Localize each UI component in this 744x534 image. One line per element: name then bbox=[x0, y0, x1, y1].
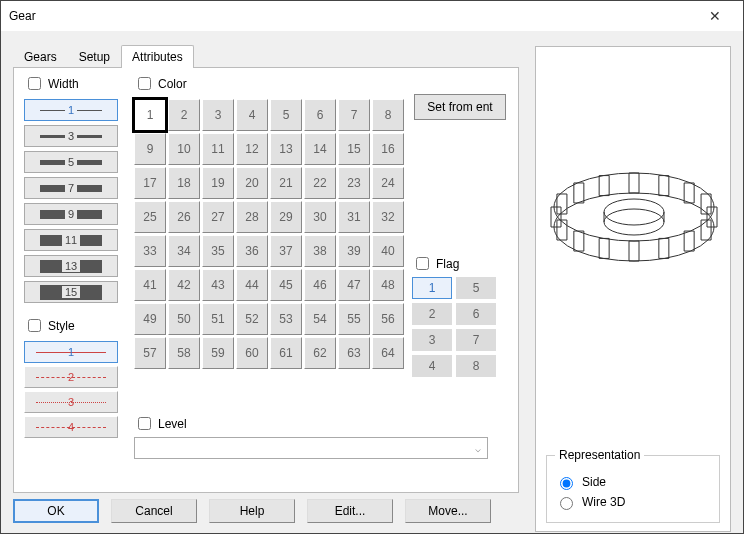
color-cell-12[interactable]: 12 bbox=[236, 133, 268, 165]
color-cell-1[interactable]: 1 bbox=[134, 99, 166, 131]
color-cell-4[interactable]: 4 bbox=[236, 99, 268, 131]
color-cell-46[interactable]: 46 bbox=[304, 269, 336, 301]
color-cell-48[interactable]: 48 bbox=[372, 269, 404, 301]
color-cell-64[interactable]: 64 bbox=[372, 337, 404, 369]
help-button[interactable]: Help bbox=[209, 499, 295, 523]
color-cell-2[interactable]: 2 bbox=[168, 99, 200, 131]
style-swatch-4[interactable]: 4 bbox=[24, 416, 118, 438]
color-cell-32[interactable]: 32 bbox=[372, 201, 404, 233]
color-cell-13[interactable]: 13 bbox=[270, 133, 302, 165]
color-cell-61[interactable]: 61 bbox=[270, 337, 302, 369]
set-from-ent-button[interactable]: Set from ent bbox=[414, 94, 506, 120]
color-cell-62[interactable]: 62 bbox=[304, 337, 336, 369]
color-cell-54[interactable]: 54 bbox=[304, 303, 336, 335]
color-cell-43[interactable]: 43 bbox=[202, 269, 234, 301]
level-dropdown[interactable]: ⌵ bbox=[134, 437, 488, 459]
color-cell-56[interactable]: 56 bbox=[372, 303, 404, 335]
close-icon[interactable]: ✕ bbox=[695, 8, 735, 24]
color-cell-9[interactable]: 9 bbox=[134, 133, 166, 165]
color-cell-42[interactable]: 42 bbox=[168, 269, 200, 301]
color-cell-35[interactable]: 35 bbox=[202, 235, 234, 267]
flag-cell-3[interactable]: 3 bbox=[412, 329, 452, 351]
color-cell-19[interactable]: 19 bbox=[202, 167, 234, 199]
tab-setup[interactable]: Setup bbox=[68, 45, 121, 68]
width-swatch-3[interactable]: 3 bbox=[24, 125, 118, 147]
style-checkbox-input[interactable] bbox=[28, 319, 41, 332]
radio-wire3d-input[interactable] bbox=[560, 497, 573, 510]
color-cell-45[interactable]: 45 bbox=[270, 269, 302, 301]
color-cell-57[interactable]: 57 bbox=[134, 337, 166, 369]
width-swatch-15[interactable]: 15 bbox=[24, 281, 118, 303]
style-swatch-3[interactable]: 3 bbox=[24, 391, 118, 413]
color-cell-29[interactable]: 29 bbox=[270, 201, 302, 233]
cancel-button[interactable]: Cancel bbox=[111, 499, 197, 523]
color-cell-30[interactable]: 30 bbox=[304, 201, 336, 233]
color-cell-23[interactable]: 23 bbox=[338, 167, 370, 199]
color-cell-18[interactable]: 18 bbox=[168, 167, 200, 199]
color-cell-6[interactable]: 6 bbox=[304, 99, 336, 131]
color-cell-53[interactable]: 53 bbox=[270, 303, 302, 335]
color-cell-41[interactable]: 41 bbox=[134, 269, 166, 301]
color-cell-49[interactable]: 49 bbox=[134, 303, 166, 335]
color-cell-58[interactable]: 58 bbox=[168, 337, 200, 369]
width-swatch-13[interactable]: 13 bbox=[24, 255, 118, 277]
color-cell-44[interactable]: 44 bbox=[236, 269, 268, 301]
color-cell-38[interactable]: 38 bbox=[304, 235, 336, 267]
style-swatch-2[interactable]: 2 bbox=[24, 366, 118, 388]
width-swatch-7[interactable]: 7 bbox=[24, 177, 118, 199]
color-cell-33[interactable]: 33 bbox=[134, 235, 166, 267]
width-checkbox[interactable]: Width bbox=[24, 74, 79, 93]
color-cell-50[interactable]: 50 bbox=[168, 303, 200, 335]
color-cell-55[interactable]: 55 bbox=[338, 303, 370, 335]
style-checkbox[interactable]: Style bbox=[24, 316, 75, 335]
edit-button[interactable]: Edit... bbox=[307, 499, 393, 523]
color-checkbox[interactable]: Color bbox=[134, 74, 187, 93]
color-cell-3[interactable]: 3 bbox=[202, 99, 234, 131]
flag-cell-8[interactable]: 8 bbox=[456, 355, 496, 377]
color-cell-52[interactable]: 52 bbox=[236, 303, 268, 335]
flag-cell-7[interactable]: 7 bbox=[456, 329, 496, 351]
color-cell-15[interactable]: 15 bbox=[338, 133, 370, 165]
radio-wire3d[interactable]: Wire 3D bbox=[555, 494, 711, 510]
level-checkbox-input[interactable] bbox=[138, 417, 151, 430]
color-cell-16[interactable]: 16 bbox=[372, 133, 404, 165]
flag-cell-4[interactable]: 4 bbox=[412, 355, 452, 377]
color-cell-59[interactable]: 59 bbox=[202, 337, 234, 369]
flag-checkbox-input[interactable] bbox=[416, 257, 429, 270]
color-cell-51[interactable]: 51 bbox=[202, 303, 234, 335]
color-cell-11[interactable]: 11 bbox=[202, 133, 234, 165]
color-cell-34[interactable]: 34 bbox=[168, 235, 200, 267]
color-cell-20[interactable]: 20 bbox=[236, 167, 268, 199]
flag-cell-6[interactable]: 6 bbox=[456, 303, 496, 325]
color-cell-47[interactable]: 47 bbox=[338, 269, 370, 301]
width-swatch-1[interactable]: 1 bbox=[24, 99, 118, 121]
color-cell-27[interactable]: 27 bbox=[202, 201, 234, 233]
color-cell-63[interactable]: 63 bbox=[338, 337, 370, 369]
color-cell-40[interactable]: 40 bbox=[372, 235, 404, 267]
color-cell-60[interactable]: 60 bbox=[236, 337, 268, 369]
width-checkbox-input[interactable] bbox=[28, 77, 41, 90]
ok-button[interactable]: OK bbox=[13, 499, 99, 523]
radio-side-input[interactable] bbox=[560, 477, 573, 490]
color-cell-5[interactable]: 5 bbox=[270, 99, 302, 131]
flag-checkbox[interactable]: Flag bbox=[412, 254, 459, 273]
level-checkbox[interactable]: Level bbox=[134, 414, 187, 433]
color-cell-10[interactable]: 10 bbox=[168, 133, 200, 165]
color-cell-8[interactable]: 8 bbox=[372, 99, 404, 131]
width-swatch-5[interactable]: 5 bbox=[24, 151, 118, 173]
color-cell-28[interactable]: 28 bbox=[236, 201, 268, 233]
color-cell-17[interactable]: 17 bbox=[134, 167, 166, 199]
flag-cell-1[interactable]: 1 bbox=[412, 277, 452, 299]
color-cell-21[interactable]: 21 bbox=[270, 167, 302, 199]
width-swatch-11[interactable]: 11 bbox=[24, 229, 118, 251]
color-checkbox-input[interactable] bbox=[138, 77, 151, 90]
width-swatch-9[interactable]: 9 bbox=[24, 203, 118, 225]
color-cell-26[interactable]: 26 bbox=[168, 201, 200, 233]
color-cell-7[interactable]: 7 bbox=[338, 99, 370, 131]
move-button[interactable]: Move... bbox=[405, 499, 491, 523]
color-cell-25[interactable]: 25 bbox=[134, 201, 166, 233]
color-cell-37[interactable]: 37 bbox=[270, 235, 302, 267]
color-cell-31[interactable]: 31 bbox=[338, 201, 370, 233]
flag-cell-5[interactable]: 5 bbox=[456, 277, 496, 299]
radio-side[interactable]: Side bbox=[555, 474, 711, 490]
